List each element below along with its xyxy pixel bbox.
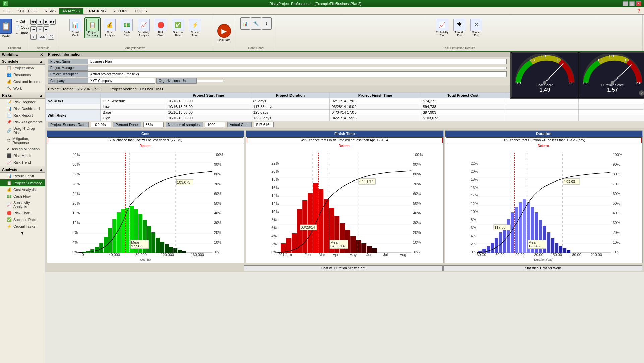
cost-gauge-value: 1.49 [539,87,550,93]
maximize-btn[interactable]: □ [629,1,635,6]
svg-text:70%: 70% [413,182,421,186]
svg-rect-68 [173,248,177,253]
schedule-section-header[interactable]: Schedule ▲ [0,58,45,65]
sidebar-item-risk-register[interactable]: 📝 Risk Register [0,99,45,105]
finish-chart-area: 0% 2% 4% 6% 8% 10% 12% 14% 16% 18% 20% 2… [246,148,443,263]
svg-rect-197 [515,207,518,253]
menu-report[interactable]: REPORT [109,8,131,14]
row-finish-2: 04/04/14 17:00 [330,110,421,115]
risks-section-header[interactable]: Risks ▲ [0,92,45,99]
sidebar-item-risk-assignments[interactable]: 📌 Risk Assignments [0,119,45,125]
svg-text:70%: 70% [613,182,620,186]
cost-analysis-btn[interactable]: 💰 CostAnalysis [102,17,118,38]
menu-schedule[interactable]: SCHEDULE [14,8,41,14]
gauge-help-btn[interactable]: ? [639,90,644,96]
sidebar-item-risk-matrix[interactable]: ⬛ Risk Matrix [0,152,45,159]
sidebar-item-assign-mitigation[interactable]: ✔ Assign Mitigation [0,146,45,152]
sidebar-item-sensitivity[interactable]: 📈 Sensitivity Analysis [0,200,45,210]
analysis-section-header[interactable]: Analysis ▲ [0,166,45,173]
fit-btn[interactable]: ⛶ [48,34,54,40]
gantt-btn-1[interactable]: 📊 [240,17,250,30]
project-name-label: Project Name [48,59,88,64]
nav-btn-4[interactable]: ▶▶ [50,19,56,25]
svg-rect-122 [308,193,313,253]
sidebar-item-risk-trend[interactable]: 📈 Risk Trend [0,159,45,166]
sidebar-item-drag-drop[interactable]: 🔗 Drag N' Drop Risk [0,125,45,136]
sidebar-scroll-down[interactable]: ▼ [0,230,45,236]
svg-text:03/28/14: 03/28/14 [301,225,315,229]
minimize-btn[interactable]: _ [623,1,628,6]
menu-tools[interactable]: TOOLS [131,8,150,14]
org-unit-value[interactable] [197,80,223,82]
duration-chart: Duration 50% chance that Duration will b… [445,130,643,263]
duration-x-label: Duration (day) [447,258,641,261]
project-manager-value[interactable] [88,67,507,69]
cash-flow-btn[interactable]: 💵 CashFlow [119,17,135,38]
expand-btn[interactable]: ↕ [30,34,37,40]
zoom-btn-2[interactable]: ⇔ [37,26,43,32]
sidebar-item-cost-analysis[interactable]: 💰 Cost Analysis [0,186,45,193]
risk-chart-btn[interactable]: 🔴 RiskChart [153,17,169,38]
sidebar-item-result-gantt[interactable]: 📊 Result Gantt [0,173,45,179]
sidebar-item-risk-dashboard[interactable]: 📊 Risk Dashboard [0,105,45,112]
crucial-tasks-btn[interactable]: ⚡ CrucialTasks [187,17,203,38]
menu-risks[interactable]: RISKS [41,8,59,14]
menu-analysis[interactable]: ANALYSIS [59,8,83,14]
menu-file[interactable]: FILE [0,8,14,14]
close-btn[interactable]: ✕ [636,1,641,6]
project-stats-row: Project Success Rate: 100.0% Percent Don… [45,121,644,129]
svg-text:100%: 100% [613,153,622,157]
help-btn[interactable]: ❓ [634,8,644,14]
sidebar-item-cost-income[interactable]: 💰 Cost and Income [0,78,45,85]
sidebar-item-cash-flow[interactable]: 💵 Cash Flow [0,193,45,200]
sidebar-item-success-rate[interactable]: ✅ Success Rate [0,216,45,223]
svg-rect-54 [112,219,116,253]
svg-rect-207 [555,243,558,253]
zoom-btn-3[interactable]: ➡ [43,26,49,32]
zoom-btn-1[interactable]: ⬅ [30,26,37,32]
project-name-value[interactable]: Business Plan [88,59,507,64]
sidebar-item-crucial-tasks[interactable]: ⚡ Crucial Tasks [0,223,45,230]
svg-text:2%: 2% [471,242,476,246]
svg-rect-125 [324,199,329,253]
nav-btn-3[interactable]: ▶ [43,19,49,25]
project-desc-value[interactable]: Actual project tracking (Phase 2) [88,71,507,77]
svg-text:14%: 14% [271,194,279,198]
gantt-btn-2[interactable]: 🔧 [251,17,261,30]
sidebar-item-work[interactable]: 🔨 Work [0,85,45,92]
probability-plot-btn[interactable]: 📈 ProbabilityPlot [434,17,450,38]
window-controls[interactable]: _ □ ✕ [623,1,641,6]
tornado-plot-btn[interactable]: 🌪 TornadoPlot [451,17,467,38]
sidebar-item-resources[interactable]: 👥 Resources [0,71,45,78]
svg-text:20%: 20% [72,201,80,205]
paste-button[interactable]: 📋 Paste [0,17,13,39]
workflow-close[interactable]: ✕ [40,53,43,57]
calculate-button[interactable]: ▶ Calculate [215,23,233,43]
sidebar-item-project-view[interactable]: 📋 Project View [0,65,45,71]
company-value[interactable]: XYZ Company [88,78,155,84]
sidebar-item-project-summary[interactable]: 📋 Project Summary [0,179,45,186]
task-sim-label: Task Simulation Results [443,46,475,50]
nav-btn-1[interactable]: ◀◀ [30,19,37,25]
cost-chart-svg: 0% 4% 8% 12% 16% 20% 24% 28% 32% 36% 40%… [48,149,243,257]
schedule-collapse-icon: ▲ [39,59,43,63]
zoom-btn[interactable]: LGN [38,34,47,40]
project-summary-btn[interactable]: 📋 ProjectSummary [84,17,101,38]
nav-btn-2[interactable]: ◀ [37,19,43,25]
sensitivity-analysis-btn[interactable]: 📈 SensitivityAnalysis [136,17,152,38]
success-rate-icon: ✅ [7,217,12,222]
result-gantt-btn[interactable]: 📊 ResultGantt [67,17,83,38]
svg-text:6%: 6% [271,226,277,230]
menu-tracking[interactable]: TRACKING [83,8,109,14]
sidebar-item-mitigation[interactable]: 🛡 Mitigation, Response [0,136,45,146]
col-duration: Project Duration [251,93,329,98]
sidebar-item-risk-chart[interactable]: 🔴 Risk Chart [0,210,45,216]
svg-rect-65 [160,242,164,253]
window-title: RiskyProject Professional - [ExampleFile… [8,2,623,6]
sidebar-item-risk-report[interactable]: 📄 Risk Report [0,112,45,119]
success-rate-btn[interactable]: ✅ SuccessRate [170,17,186,38]
scatter-plot-btn[interactable]: ⁙ ScatterPlot [468,17,485,38]
schedule-nav2: ⬅ ⇔ ➡ [30,26,49,32]
gantt-btn-3[interactable]: ↕ [262,17,272,30]
row-start-1: 10/16/13 08:00 [166,104,251,110]
